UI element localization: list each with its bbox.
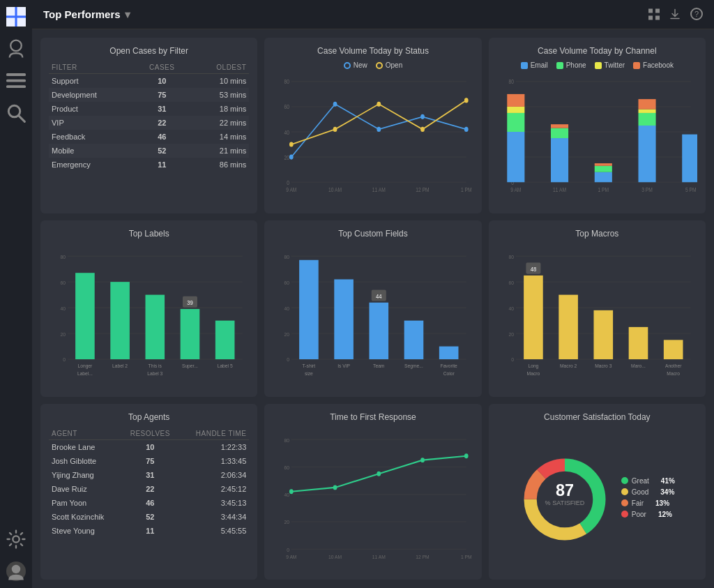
svg-text:9 AM: 9 AM xyxy=(287,553,297,560)
header: Top Performers ▾ ? xyxy=(32,0,714,29)
svg-text:80: 80 xyxy=(508,79,513,86)
top-custom-fields-title: Top Custom Fields xyxy=(273,229,473,239)
custom-fields-bar-chart: 020406080T-shirtsizeIs VIP44TeamSegme...… xyxy=(273,244,473,388)
svg-rect-61 xyxy=(551,128,568,138)
table-row: VIP2222 mins xyxy=(49,116,249,130)
svg-text:40: 40 xyxy=(284,491,289,498)
svg-text:Label...: Label... xyxy=(77,370,93,377)
chevron-icon[interactable]: ▾ xyxy=(125,8,130,21)
legend-new: New xyxy=(344,61,367,69)
svg-text:0: 0 xyxy=(63,356,66,363)
svg-point-162 xyxy=(464,453,469,458)
status-line-chart: 0204060809 AM10 AM11 AM12 PM1 PM xyxy=(273,73,473,205)
col-cases: CASES xyxy=(135,61,188,74)
top-macros-title: Top Macros xyxy=(497,229,697,239)
top-labels-title: Top Labels xyxy=(49,229,249,239)
svg-rect-134 xyxy=(559,295,578,359)
svg-text:Macro: Macro xyxy=(526,370,540,377)
grid-icon[interactable] xyxy=(648,8,660,21)
svg-text:Favorite: Favorite xyxy=(441,362,457,369)
status-chart: 0204060809 AM10 AM11 AM12 PM1 PM xyxy=(273,73,473,205)
donut-legend-item: Fair13% xyxy=(621,499,675,507)
labels-bar-chart: 020406080LongerLabel...Label 2This isLab… xyxy=(49,244,249,388)
table-row: Product3118 mins xyxy=(49,102,249,116)
sidebar xyxy=(0,0,32,588)
top-agents-card: Top Agents AGENT RESOLVES HANDLE TIME Br… xyxy=(40,404,257,580)
svg-text:44: 44 xyxy=(376,293,382,301)
svg-text:Macro: Macro xyxy=(667,370,680,377)
svg-point-40 xyxy=(464,98,469,103)
svg-text:60: 60 xyxy=(284,464,289,471)
svg-text:Label 2: Label 2 xyxy=(112,362,128,369)
case-volume-status-title: Case Volume Today by Status xyxy=(273,46,473,56)
svg-rect-5 xyxy=(6,73,26,76)
donut-legend-item: Great41% xyxy=(621,477,675,485)
time-to-first-line-chart: 0204060809 AM10 AM11 AM12 PM1 PM xyxy=(273,428,473,571)
svg-text:40: 40 xyxy=(60,305,65,312)
svg-text:Team: Team xyxy=(373,362,384,369)
svg-rect-59 xyxy=(507,94,524,107)
header-title: Top Performers ▾ xyxy=(43,8,130,21)
svg-rect-57 xyxy=(507,113,524,132)
svg-text:Color: Color xyxy=(443,370,455,377)
svg-text:9 AM: 9 AM xyxy=(287,187,297,194)
top-labels-card: Top Labels 020406080LongerLabel...Label … xyxy=(40,220,257,396)
svg-rect-138 xyxy=(628,327,648,359)
svg-point-11 xyxy=(12,565,20,573)
svg-text:60: 60 xyxy=(284,279,289,286)
sidebar-item-home[interactable] xyxy=(6,39,26,59)
svg-text:Macro 2: Macro 2 xyxy=(560,362,577,369)
donut-chart: 87 % SATISFIED xyxy=(519,454,610,545)
svg-text:Is VIP: Is VIP xyxy=(337,362,350,369)
svg-rect-114 xyxy=(404,321,424,359)
svg-point-37 xyxy=(333,127,337,132)
svg-text:12 PM: 12 PM xyxy=(416,553,430,560)
donut-legend-item: Good34% xyxy=(621,488,675,496)
legend-phone: Phone xyxy=(556,61,586,69)
download-icon[interactable] xyxy=(669,8,681,21)
svg-text:Label 5: Label 5 xyxy=(218,362,233,369)
svg-text:20: 20 xyxy=(60,331,65,338)
svg-text:48: 48 xyxy=(530,266,536,273)
svg-text:T-shirt: T-shirt xyxy=(303,362,316,369)
status-legend: New Open xyxy=(273,61,473,69)
svg-rect-13 xyxy=(655,9,660,13)
svg-text:39: 39 xyxy=(187,299,193,307)
svg-rect-116 xyxy=(439,347,459,359)
open-cases-title: Open Cases by Filter xyxy=(49,46,249,56)
sidebar-avatar[interactable] xyxy=(6,561,26,581)
table-row: Pam Yoon463:45:13 xyxy=(49,496,249,510)
svg-text:0: 0 xyxy=(287,546,290,553)
svg-text:Long: Long xyxy=(528,362,538,369)
svg-text:1 PM: 1 PM xyxy=(598,187,609,194)
svg-point-10 xyxy=(13,536,19,542)
col-agent: AGENT xyxy=(49,428,121,440)
svg-rect-3 xyxy=(17,18,26,27)
svg-text:80: 80 xyxy=(284,253,289,260)
top-custom-fields-card: Top Custom Fields 020406080T-shirtsizeIs… xyxy=(264,220,481,396)
svg-text:20: 20 xyxy=(284,331,289,338)
sidebar-logo[interactable] xyxy=(6,7,26,27)
svg-text:% SATISFIED: % SATISFIED xyxy=(545,499,584,506)
table-row: Josh Giblotte751:33:45 xyxy=(49,454,249,468)
svg-point-38 xyxy=(377,102,381,107)
svg-rect-15 xyxy=(655,16,660,20)
svg-rect-0 xyxy=(6,7,15,15)
svg-rect-65 xyxy=(594,163,612,166)
svg-text:3 PM: 3 PM xyxy=(641,187,653,194)
table-row: Support1010 mins xyxy=(49,74,249,89)
svg-text:60: 60 xyxy=(508,279,513,286)
sidebar-item-search[interactable] xyxy=(6,103,26,123)
svg-text:Longer: Longer xyxy=(77,362,92,369)
help-icon[interactable]: ? xyxy=(690,8,703,20)
svg-text:Macro 3: Macro 3 xyxy=(595,362,612,369)
time-to-first-title: Time to First Response xyxy=(273,412,473,422)
svg-point-159 xyxy=(333,485,337,490)
sidebar-item-list[interactable] xyxy=(6,71,26,91)
svg-rect-105 xyxy=(299,260,319,359)
sidebar-item-settings[interactable] xyxy=(6,529,26,549)
svg-rect-108 xyxy=(335,280,354,360)
svg-rect-12 xyxy=(648,9,653,13)
svg-rect-93 xyxy=(215,321,235,359)
svg-line-9 xyxy=(19,116,24,121)
